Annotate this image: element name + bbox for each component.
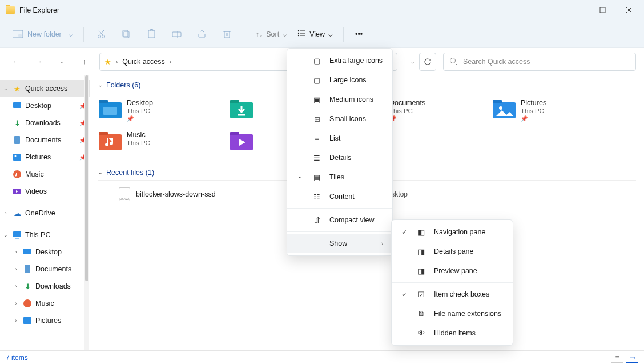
folder-desktop[interactable]: DesktopThis PC📌 [98,99,230,127]
bullet-icon: • [295,174,304,181]
group-title: Folders (6) [106,81,140,89]
tiles-icon: ▤ [312,173,321,182]
minimize-button[interactable] [563,0,589,21]
svg-rect-14 [172,32,181,37]
folder-music[interactable]: MusicThis PC [98,131,230,159]
svg-rect-42 [103,107,117,115]
sidebar-label: Desktop [35,248,62,256]
sidebar-item-pc-desktop[interactable]: › Desktop [0,243,90,261]
maximize-button[interactable] [589,0,615,21]
sidebar-item-quick-access[interactable]: ⌄ ★ Quick access [0,80,90,97]
sort-icon: ↑↓ [256,30,263,38]
menu-item-file-extensions[interactable]: 🗎File name extensions [392,304,513,323]
menu-item-details[interactable]: ☰Details [287,148,392,167]
svg-rect-28 [13,102,21,108]
paste-button[interactable] [141,25,163,44]
menu-item-small-icons[interactable]: ⊞Small icons [287,109,392,129]
sidebar-item-pc-pictures[interactable]: › Pictures [0,312,90,329]
menu-item-compact-view[interactable]: ⇵Compact view [287,210,392,230]
delete-button[interactable] [216,25,238,44]
svg-rect-16 [224,31,230,38]
menu-item-list[interactable]: ≡List [287,129,392,148]
menu-item-content[interactable]: ☷Content [287,187,392,206]
more-button[interactable]: ••• [351,28,367,41]
new-folder-button[interactable]: New folder ⌵ [9,27,77,42]
menu-item-show[interactable]: Show› [287,234,392,253]
view-icon [297,30,306,38]
menu-label: Compact view [329,216,375,224]
grid-icon: ▢ [312,75,321,85]
search-input[interactable]: Search Quick access [443,53,636,71]
chevron-down-icon: ⌵ [328,30,333,38]
rename-button[interactable] [166,25,188,44]
svg-rect-1 [600,7,605,13]
menu-label: Details pane [434,247,474,255]
menu-item-large-icons[interactable]: ▢Large icons [287,70,392,90]
sidebar-scrollbar[interactable] [84,75,89,350]
sidebar-item-documents[interactable]: Documents📌 [0,131,90,149]
sidebar-label: OneDrive [25,209,55,217]
details-view-toggle[interactable]: ≡ [611,353,623,363]
menu-item-tiles[interactable]: •▤Tiles [287,167,392,187]
sidebar-item-onedrive[interactable]: › ☁ OneDrive [0,205,90,222]
back-button[interactable]: ← [8,54,24,70]
svg-rect-39 [23,317,31,324]
folder-location: This PC [389,107,425,114]
download-icon: ⬇ [13,118,22,127]
status-bar: 7 items ≡ ▭ [0,350,644,364]
svg-line-27 [455,62,457,65]
new-folder-label: New folder [27,30,62,38]
recent-locations-button[interactable]: ⌵ [54,54,70,70]
check-icon: ✓ [400,229,409,236]
content-icon: ☷ [312,192,321,201]
menu-label: Extra large icons [329,57,383,65]
forward-button[interactable]: → [31,54,47,70]
sidebar-item-pc-downloads[interactable]: › ⬇ Downloads [0,278,90,295]
close-button[interactable] [615,0,642,21]
view-button[interactable]: View ⌵ [294,27,336,41]
svg-rect-29 [14,136,20,144]
menu-item-check-boxes[interactable]: ✓☑Item check boxes [392,285,513,304]
menu-item-preview-pane[interactable]: ◨Preview pane [392,261,513,281]
chevron-right-icon: › [13,318,19,323]
breadcrumb-root[interactable]: Quick access [122,58,164,66]
sidebar-item-pc-music[interactable]: › Music [0,295,90,312]
pin-icon: 📌 [127,115,153,122]
navigation-sidebar: ⌄ ★ Quick access Desktop📌 ⬇ Downloads📌 D… [0,75,90,350]
toolbar: New folder ⌵ ↑↓ Sort ⌵ View ⌵ ••• [0,21,644,48]
menu-label: Small icons [329,115,366,123]
star-icon: ★ [13,84,22,93]
folder-name: Documents [389,99,425,107]
folder-pictures[interactable]: PicturesThis PC📌 [492,99,623,127]
up-button[interactable]: ↑ [77,54,92,70]
title-bar: File Explorer [0,0,644,21]
menu-item-extra-large-icons[interactable]: ▢Extra large icons [287,51,392,70]
sidebar-item-pc-documents[interactable]: › Documents [0,261,90,278]
sidebar-item-this-pc[interactable]: ⌄ This PC [0,226,90,243]
sidebar-item-downloads[interactable]: ⬇ Downloads📌 [0,114,90,131]
grid-icon: ⊞ [312,114,321,123]
svg-rect-30 [13,154,21,161]
sidebar-item-music[interactable]: Music [0,166,90,183]
menu-item-hidden-items[interactable]: 👁Hidden items [392,323,513,343]
svg-point-7 [102,35,105,38]
sidebar-item-desktop[interactable]: Desktop📌 [0,97,90,114]
menu-item-medium-icons[interactable]: ▣Medium icons [287,90,392,109]
menu-label: Large icons [329,76,367,84]
sidebar-item-videos[interactable]: Videos [0,183,90,200]
sort-button[interactable]: ↑↓ Sort ⌵ [252,27,291,41]
refresh-button[interactable] [419,53,436,71]
chevron-down-icon: ⌄ [98,170,103,175]
thumbnails-view-toggle[interactable]: ▭ [626,353,638,363]
address-dropdown-button[interactable]: ⌵ [404,54,420,70]
menu-item-navigation-pane[interactable]: ✓◧Navigation pane [392,222,513,242]
view-dropdown-menu: ▢Extra large icons ▢Large icons ▣Medium … [287,48,393,256]
svg-line-9 [99,30,103,35]
folder-location: This PC [521,107,546,114]
sidebar-item-pictures[interactable]: Pictures📌 [0,149,90,166]
menu-item-details-pane[interactable]: ◨Details pane [392,242,513,261]
cut-button[interactable] [91,25,112,44]
recent-file-name: bitlocker-slows-down-ssd [136,190,216,198]
copy-button[interactable] [116,25,138,44]
share-button[interactable] [191,25,213,44]
